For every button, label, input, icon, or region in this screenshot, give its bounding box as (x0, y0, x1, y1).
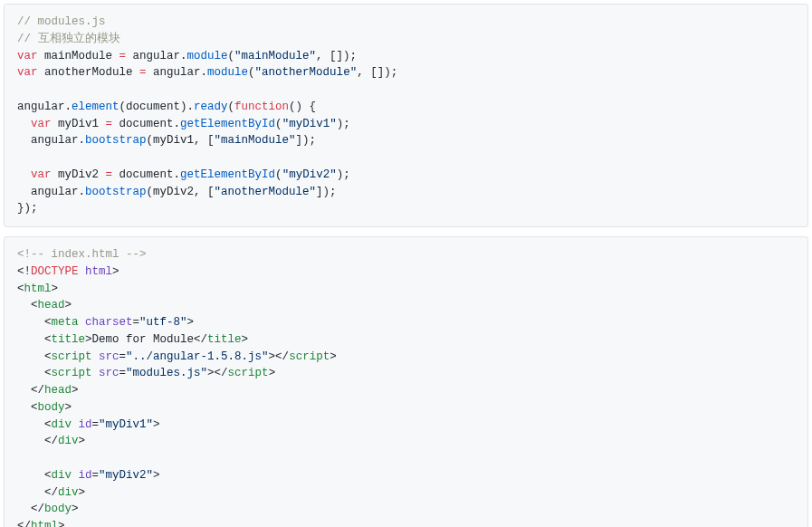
code-token: "modules.js" (126, 367, 207, 379)
code-token: ); (337, 118, 350, 130)
code-token: mainModule (38, 50, 119, 62)
code-content-js: // modules.js // 互相独立的模块 var mainModule … (17, 14, 795, 217)
code-token: > (72, 384, 79, 397)
code-token: div (58, 435, 79, 447)
code-token: , []); (357, 66, 397, 79)
code-token (92, 367, 100, 379)
code-token (92, 350, 100, 363)
code-token: , []); (316, 50, 357, 62)
code-token: angular. (17, 186, 85, 198)
code-token: angular. (17, 134, 85, 147)
code-token: = (139, 66, 147, 79)
code-token: </ (17, 486, 58, 499)
code-token: "../angular-1.5.8.js" (126, 350, 269, 363)
code-token: var (17, 50, 38, 62)
code-token: ></ (207, 367, 228, 379)
code-token: ( (248, 66, 255, 79)
code-token: var (31, 168, 52, 181)
code-token: "utf-8" (139, 316, 187, 329)
code-token: (myDiv1, [ (147, 134, 215, 147)
code-token: < (17, 367, 52, 379)
code-token: < (17, 283, 24, 295)
code-token: = (106, 168, 113, 181)
code-token: div (52, 469, 72, 482)
code-token: </ (17, 503, 44, 515)
code-token: id (79, 469, 92, 482)
code-token: var (17, 66, 38, 79)
code-token: ( (228, 101, 235, 113)
code-token: ></ (269, 350, 290, 363)
code-token: "myDiv1" (282, 118, 337, 130)
code-token: (document). (119, 101, 195, 113)
code-token: html (24, 283, 52, 295)
code-token: "anotherModule" (215, 186, 317, 198)
code-token: bootstrap (85, 186, 147, 198)
code-token: = (119, 350, 127, 363)
code-token: title (52, 333, 86, 346)
code-token: < (17, 316, 52, 329)
code-block-html: <!-- index.html --> <!DOCTYPE html> <htm… (4, 236, 808, 527)
code-token (72, 418, 79, 431)
code-token: "anotherModule" (255, 66, 358, 79)
code-token: id (79, 418, 92, 431)
code-token (79, 265, 86, 278)
code-token: "myDiv2" (99, 469, 153, 482)
code-token: < (17, 401, 38, 414)
code-token (17, 118, 31, 130)
code-token: title (207, 333, 242, 346)
code-token: > (52, 283, 59, 295)
code-token: document. (112, 118, 180, 130)
code-token: <!-- index.html --> (17, 248, 147, 261)
code-token: getElementById (180, 168, 275, 181)
code-token: >Demo for Module</ (85, 333, 207, 346)
code-token: document. (112, 168, 180, 181)
code-token: > (79, 486, 86, 499)
code-token: <! (17, 265, 31, 278)
code-token: myDiv2 (52, 168, 106, 181)
code-token: "myDiv2" (282, 168, 337, 181)
code-token: = (133, 316, 140, 329)
code-token: ( (275, 168, 282, 181)
code-token: module (187, 50, 228, 62)
code-token: = (106, 118, 113, 130)
code-token: "myDiv1" (99, 418, 153, 431)
code-token: angular. (126, 50, 187, 62)
code-token: src (99, 350, 119, 363)
code-token: > (153, 469, 160, 482)
code-token: ( (228, 50, 235, 62)
code-token: < (17, 469, 52, 482)
code-token: anotherModule (38, 66, 140, 79)
code-token: getElementById (180, 118, 275, 130)
code-token: ]); (296, 134, 317, 147)
code-token: < (17, 333, 52, 346)
code-token: script (228, 367, 269, 379)
code-token: src (99, 367, 119, 379)
code-token: > (330, 350, 337, 363)
code-content-html: <!-- index.html --> <!DOCTYPE html> <htm… (17, 246, 795, 527)
code-token: var (31, 118, 52, 130)
code-token: // 互相独立的模块 (17, 33, 120, 45)
code-token: head (44, 384, 72, 397)
code-token: < (17, 350, 52, 363)
code-block-js: // modules.js // 互相独立的模块 var mainModule … (4, 4, 808, 227)
code-token: angular. (17, 101, 72, 113)
code-token: "mainModule" (234, 50, 316, 62)
code-token: div (52, 418, 72, 431)
code-token: ready (194, 101, 228, 113)
code-token (72, 469, 79, 482)
code-token: div (58, 486, 79, 499)
code-token: > (242, 333, 249, 346)
code-token: script (52, 350, 92, 363)
code-token: myDiv1 (52, 118, 106, 130)
code-token: element (72, 101, 119, 113)
code-token: > (153, 418, 160, 431)
code-token: () { (289, 101, 316, 113)
code-token: ( (275, 118, 282, 130)
code-token: = (92, 469, 100, 482)
code-token: > (112, 265, 119, 278)
code-token: bootstrap (85, 134, 147, 147)
code-token: </ (17, 435, 58, 447)
code-token: script (289, 350, 330, 363)
code-token: < (17, 418, 52, 431)
code-token: }); (17, 202, 38, 215)
